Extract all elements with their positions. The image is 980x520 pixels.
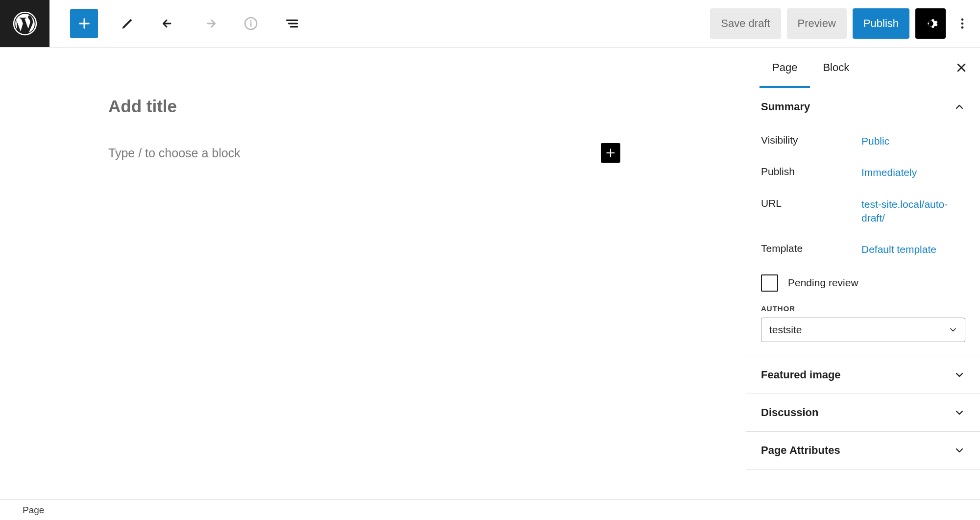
pending-review-checkbox[interactable] <box>761 274 778 292</box>
block-input[interactable] <box>108 146 601 160</box>
preview-button[interactable]: Preview <box>787 8 847 39</box>
panel-summary-title: Summary <box>761 100 810 113</box>
publish-button[interactable]: Publish <box>853 8 909 39</box>
save-draft-button[interactable]: Save draft <box>710 8 781 39</box>
svg-point-3 <box>961 23 964 25</box>
add-block-button[interactable] <box>70 9 98 38</box>
chevron-down-icon <box>954 369 965 381</box>
edit-tool-button[interactable] <box>116 12 139 35</box>
close-sidebar-button[interactable] <box>953 59 970 76</box>
author-select[interactable]: testsite <box>761 318 965 342</box>
list-view-button[interactable] <box>280 12 304 35</box>
panel-discussion-toggle[interactable]: Discussion <box>746 394 980 431</box>
pending-review-label: Pending review <box>788 277 858 289</box>
more-vertical-icon <box>956 17 969 30</box>
tab-block[interactable]: Block <box>810 48 862 88</box>
panel-page-attributes-toggle[interactable]: Page Attributes <box>746 432 980 469</box>
visibility-label: Visibility <box>761 134 861 146</box>
panel-featured-image-toggle[interactable]: Featured image <box>746 356 980 394</box>
editor-footer: Page <box>0 499 980 520</box>
svg-point-2 <box>961 19 964 21</box>
tab-page[interactable]: Page <box>760 48 810 88</box>
publish-value[interactable]: Immediately <box>861 166 917 179</box>
chevron-down-icon <box>948 325 958 335</box>
footer-block-type: Page <box>23 505 44 516</box>
redo-button <box>198 12 221 35</box>
chevron-down-icon <box>954 407 965 419</box>
panel-page-attributes-title: Page Attributes <box>761 444 840 457</box>
author-selected-value: testsite <box>769 324 802 336</box>
panel-featured-image-title: Featured image <box>761 369 841 381</box>
panel-discussion-title: Discussion <box>761 406 818 419</box>
plus-icon <box>604 147 617 159</box>
undo-button[interactable] <box>157 12 180 35</box>
editor-canvas[interactable] <box>0 48 746 499</box>
close-icon <box>955 61 968 74</box>
url-value[interactable]: test-site.local/auto-draft/ <box>861 198 964 225</box>
author-label: AUTHOR <box>761 304 965 313</box>
publish-label: Publish <box>761 166 861 177</box>
gear-icon <box>922 15 939 32</box>
panel-summary-toggle[interactable]: Summary <box>746 88 980 125</box>
template-label: Template <box>761 243 861 254</box>
visibility-value[interactable]: Public <box>861 134 889 148</box>
chevron-down-icon <box>954 445 965 456</box>
template-value[interactable]: Default template <box>861 243 936 256</box>
inline-add-block-button[interactable] <box>601 143 620 163</box>
post-title-input[interactable] <box>108 97 500 116</box>
info-button <box>239 12 263 35</box>
wordpress-logo[interactable] <box>0 0 49 47</box>
editor-toolbar: Save draft Preview Publish <box>0 0 980 48</box>
svg-point-4 <box>961 26 964 29</box>
url-label: URL <box>761 198 861 209</box>
chevron-up-icon <box>954 101 965 113</box>
settings-button[interactable] <box>915 8 946 39</box>
more-options-button[interactable] <box>952 13 973 34</box>
settings-sidebar: Page Block Summary Visibility Public <box>746 48 980 499</box>
